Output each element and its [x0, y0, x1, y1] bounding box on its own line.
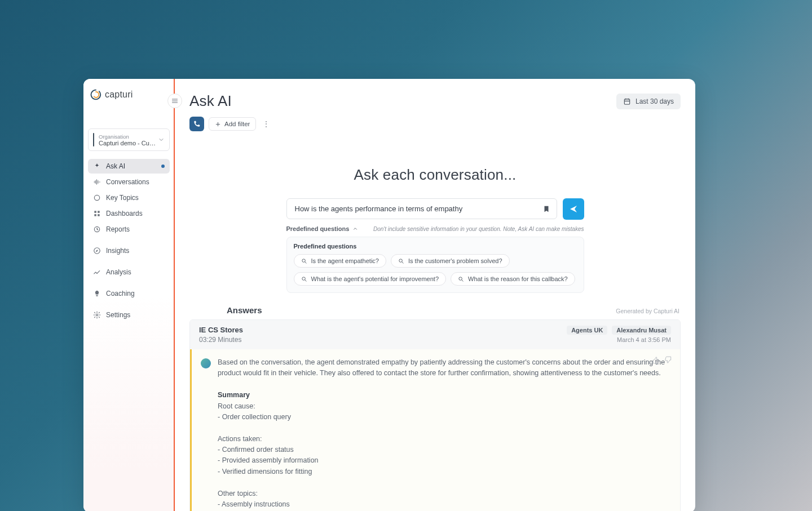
sidebar-item-reports[interactable]: Reports — [88, 222, 170, 237]
circle-icon — [93, 194, 101, 202]
sidebar-item-label: Insights — [106, 247, 129, 255]
sidebar-item-ask-ai[interactable]: Ask AI — [88, 159, 170, 174]
gear-icon — [93, 311, 101, 319]
call-duration: 03:29 Minutes — [199, 336, 243, 344]
channel-phone-button[interactable] — [189, 117, 204, 131]
predefined-panel: Predefined questions Is the agent empath… — [286, 237, 584, 293]
content-scroll[interactable]: Ask each conversation... Predefined ques… — [175, 137, 695, 511]
sidebar-item-label: Settings — [106, 311, 130, 319]
sidebar-item-label: Conversations — [106, 178, 149, 186]
predefined-question-chip[interactable]: Is the agent empathetic? — [294, 254, 386, 268]
org-label: Organisation — [99, 134, 158, 140]
search-icon — [458, 276, 464, 282]
svg-rect-4 — [98, 214, 100, 216]
brand-logo: capturi — [88, 89, 170, 108]
date-range-button[interactable]: Last 30 days — [616, 94, 681, 109]
ai-avatar-icon — [201, 358, 211, 368]
predefined-toggle[interactable]: Predefined questions — [286, 225, 359, 232]
answers-title: Answers — [227, 305, 262, 315]
svg-rect-3 — [94, 214, 96, 216]
thumbs-up-icon[interactable] — [652, 356, 660, 364]
sidebar-item-coaching[interactable]: Coaching — [88, 286, 170, 301]
chip-label: What is the reason for this callback? — [468, 276, 568, 282]
thumbs-down-icon[interactable] — [664, 356, 672, 364]
plus-icon — [215, 121, 221, 127]
generated-by-note: Generated by Capturi AI — [616, 308, 679, 314]
sidebar-item-dashboards[interactable]: Dashboards — [88, 206, 170, 221]
clock-icon — [93, 225, 101, 233]
trend-icon — [93, 268, 101, 276]
svg-point-8 — [96, 314, 98, 316]
org-selector[interactable]: Organisation Capturi demo - Custo… — [88, 128, 170, 151]
topbar: Ask AI Last 30 days — [175, 79, 695, 117]
add-filter-button[interactable]: Add filter — [209, 117, 256, 131]
chevron-up-icon — [352, 226, 358, 232]
bookmark-icon[interactable] — [542, 205, 550, 213]
compass-icon — [93, 247, 101, 255]
svg-point-12 — [302, 277, 305, 280]
search-icon — [398, 258, 404, 264]
svg-point-0 — [94, 195, 99, 200]
sparkle-icon — [93, 162, 101, 170]
sidebar-item-key-topics[interactable]: Key Topics — [88, 190, 170, 205]
search-icon — [301, 276, 307, 282]
active-indicator-dot — [161, 165, 165, 168]
predefined-question-chip[interactable]: What is the reason for this callback? — [451, 272, 575, 286]
sidebar-item-label: Key Topics — [106, 194, 139, 202]
sidebar-item-label: Ask AI — [106, 162, 125, 170]
org-accent — [93, 133, 94, 146]
main-panel: Ask AI Last 30 days Add filter ⋮ Ask eac… — [175, 79, 695, 511]
feedback-controls — [652, 356, 672, 364]
sidebar-item-conversations[interactable]: Conversations — [88, 175, 170, 189]
date-range-label: Last 30 days — [636, 97, 674, 105]
sidebar-toggle[interactable] — [167, 94, 182, 108]
add-filter-label: Add filter — [224, 121, 250, 127]
sidebar-item-label: Reports — [106, 225, 130, 233]
ask-hero-heading: Ask each conversation... — [189, 166, 681, 184]
answer-card-body: Based on the conversation, the agent dem… — [190, 349, 680, 511]
chip-label: Is the agent empathetic? — [311, 257, 379, 264]
predefined-title: Predefined questions — [294, 243, 577, 250]
filter-kebab-menu[interactable]: ⋮ — [261, 119, 272, 128]
sidebar-item-analysis[interactable]: Analysis — [88, 265, 170, 279]
page-title: Ask AI — [189, 92, 232, 110]
ask-input-row — [189, 198, 681, 220]
brand-name: capturi — [105, 90, 133, 100]
predefined-toggle-label: Predefined questions — [286, 225, 350, 232]
sidebar-item-settings[interactable]: Settings — [88, 308, 170, 322]
predefined-question-chip[interactable]: What is the agent's potential for improv… — [294, 272, 447, 286]
svg-point-13 — [459, 277, 462, 280]
sidebar: capturi Organisation Capturi demo - Cust… — [83, 79, 175, 511]
svg-point-11 — [399, 259, 403, 262]
app-window: capturi Organisation Capturi demo - Cust… — [83, 79, 695, 511]
sidebar-item-insights[interactable]: Insights — [88, 243, 170, 258]
bulb-icon — [93, 290, 101, 297]
waveform-icon — [93, 178, 101, 186]
disclaimer-text: Don't include sensitive information in y… — [373, 226, 584, 232]
ask-subrow: Predefined questions Don't include sensi… — [286, 225, 584, 232]
answer-card-header: IE CS Stores 03:29 Minutes Agents UK Ale… — [190, 320, 680, 349]
agent-tag: Alexandru Musat — [612, 326, 671, 335]
chevron-down-icon — [158, 136, 165, 143]
org-name: Capturi demo - Custo… — [99, 140, 158, 146]
chip-label: Is the customer's problem solved? — [408, 257, 502, 264]
answer-text: Based on the conversation, the agent dem… — [218, 357, 671, 511]
svg-rect-9 — [624, 99, 629, 104]
answer-timestamp: March 4 at 3:56 PM — [617, 336, 671, 343]
filter-row: Add filter ⋮ — [175, 117, 695, 137]
sidebar-item-label: Coaching — [106, 290, 135, 297]
calendar-icon — [623, 97, 631, 105]
sidebar-item-label: Dashboards — [106, 210, 143, 217]
ask-input[interactable] — [286, 198, 557, 219]
nav-list: Ask AI Conversations Key Topics Dashboar… — [88, 159, 170, 322]
svg-rect-1 — [94, 211, 96, 213]
answer-card: IE CS Stores 03:29 Minutes Agents UK Ale… — [189, 319, 681, 511]
predefined-question-chip[interactable]: Is the customer's problem solved? — [391, 254, 510, 268]
send-button[interactable] — [563, 198, 584, 220]
svg-rect-7 — [96, 295, 98, 296]
brand-mark-icon — [90, 89, 102, 100]
answers-header: Answers Generated by Capturi AI — [227, 305, 681, 315]
svg-point-10 — [302, 259, 305, 262]
sidebar-item-label: Analysis — [106, 268, 131, 276]
grid-icon — [93, 210, 101, 217]
